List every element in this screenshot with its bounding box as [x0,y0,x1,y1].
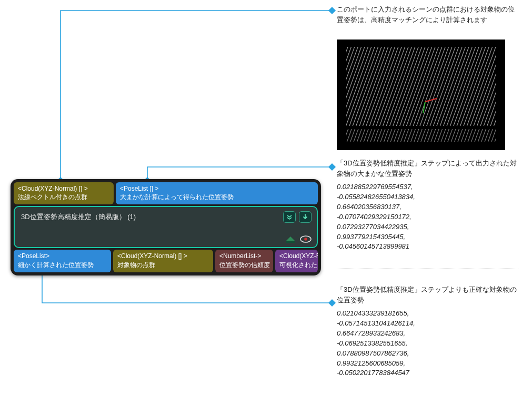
svg-rect-6 [346,47,496,126]
connector-diamond-icon [328,163,336,171]
fine-pose-values: 0.02104333239181655, -0.0571451310414261… [337,309,521,378]
port-label: 法線ベクトル付きの点群 [18,193,109,201]
svg-rect-7 [346,129,496,142]
annotation-top: このポートに入力されるシーンの点群における対象物の位置姿勢は、高精度マッチングに… [337,4,521,28]
port-type-label: <PoseList> [18,252,107,260]
port-type-label: <PoseList [] > [120,184,314,193]
node-body[interactable]: 3D位置姿勢高精度推定（簡易版） (1) [14,206,318,248]
divider [337,269,518,269]
output-port-color-cloud[interactable]: <Cloud(XYZ-RGB)-> 可視化されたカラー点群 [275,250,318,272]
annotation-bottom: 「3D位置姿勢低精度推定」ステップよりも正確な対象物の位置姿勢 0.021043… [337,284,521,378]
point-cloud-preview [337,40,505,150]
port-label: 細かく計算された位置姿勢 [18,261,107,269]
annotation-text: 「3D位置姿勢低精度推定」ステップによって出力された対象物の大まかな位置姿勢 [337,158,521,179]
arrow-down-icon[interactable] [299,211,312,223]
connector-diamond-icon [328,299,336,307]
layer-icon[interactable] [285,235,296,244]
annotation-text: このポートに入力されるシーンの点群における対象物の位置姿勢は、高精度マッチングに… [337,4,521,25]
port-type-label: <Cloud(XYZ-RGB)-> [279,252,314,260]
port-label: 位置姿勢の信頼度 [219,261,269,269]
input-port-rough-pose[interactable]: <PoseList [] > 大まかな計算によって得られた位置姿勢 [116,182,318,204]
expand-icon[interactable] [283,211,296,223]
node-title: 3D位置姿勢高精度推定（簡易版） (1) [21,212,310,222]
port-type-label: <NumberList-> [219,252,269,260]
output-port-fine-pose[interactable]: <PoseList> 細かく計算された位置姿勢 [14,250,111,272]
output-port-confidence[interactable]: <NumberList-> 位置姿勢の信頼度 [215,250,273,272]
port-label: 対象物の点群 [117,261,209,269]
rough-pose-values: 0.021885229769554537, -0.055824826550413… [337,182,521,252]
annotation-text: 「3D位置姿勢低精度推定」ステップよりも正確な対象物の位置姿勢 [337,284,521,306]
port-type-label: <Cloud(XYZ-Normal) [] > [18,184,109,193]
svg-rect-1 [286,241,295,243]
output-port-object-cloud[interactable]: <Cloud(XYZ-Normal) [] > 対象物の点群 [113,250,213,272]
connector-diamond-icon [328,7,336,14]
svg-point-3 [304,238,307,241]
port-label: 可視化されたカラー点群 [279,261,314,269]
port-type-label: <Cloud(XYZ-Normal) [] > [117,252,209,260]
input-port-cloud-normals[interactable]: <Cloud(XYZ-Normal) [] > 法線ベクトル付きの点群 [14,182,114,204]
input-port-row: <Cloud(XYZ-Normal) [] > 法線ベクトル付きの点群 <Pos… [14,182,318,204]
port-label: 大まかな計算によって得られた位置姿勢 [120,193,314,201]
step-node: <Cloud(XYZ-Normal) [] > 法線ベクトル付きの点群 <Pos… [11,179,321,275]
output-port-row: <PoseList> 細かく計算された位置姿勢 <Cloud(XYZ-Norma… [14,250,318,272]
visibility-icon[interactable] [300,235,312,244]
svg-marker-0 [286,237,295,241]
annotation-mid: 「3D位置姿勢低精度推定」ステップによって出力された対象物の大まかな位置姿勢 0… [337,158,521,252]
